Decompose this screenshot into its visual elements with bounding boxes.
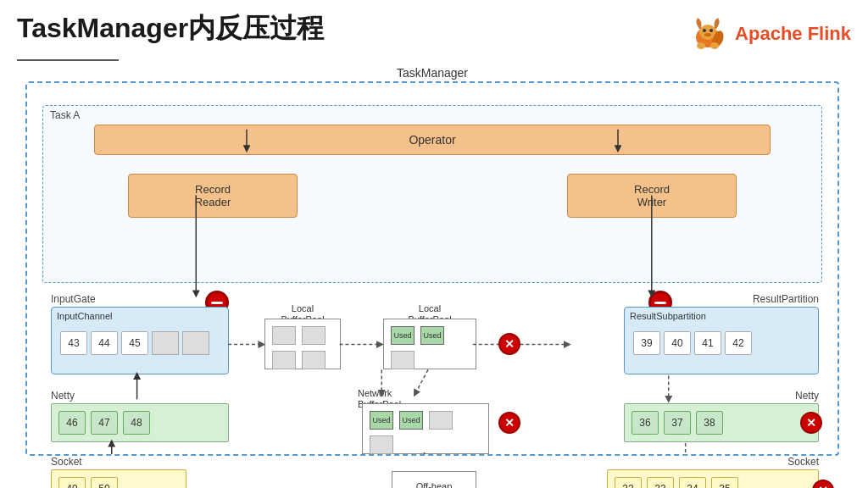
nr-cell-37: 37 bbox=[664, 411, 691, 435]
network-bp-box: Used Used bbox=[362, 403, 489, 454]
inputchannel-cells: 43 44 45 bbox=[52, 328, 228, 358]
ic-cell-empty2 bbox=[182, 331, 209, 355]
logo-text: Apache Flink bbox=[735, 23, 851, 45]
operator-box: Operator bbox=[94, 125, 771, 155]
record-writer-box: RecordWriter bbox=[567, 174, 737, 218]
nl-cell-47: 47 bbox=[91, 411, 118, 435]
svg-point-2 bbox=[703, 29, 706, 32]
sl-cell-50: 50 bbox=[91, 477, 118, 488]
rs-cell-40: 40 bbox=[664, 331, 691, 355]
netty-left-box: 46 47 48 bbox=[51, 403, 229, 442]
nl-cell-48: 48 bbox=[123, 411, 150, 435]
taskmanager-label: TaskManager bbox=[17, 66, 848, 80]
record-writer-label: RecordWriter bbox=[634, 183, 670, 208]
inputchannel-box: InputChannel 43 44 45 bbox=[51, 307, 229, 374]
sr-cell-34: 34 bbox=[679, 477, 706, 488]
operator-label: Operator bbox=[409, 133, 455, 147]
nr-cell-38: 38 bbox=[696, 411, 723, 435]
network-bp-block-icon: ✕ bbox=[498, 412, 520, 434]
rs-cells: 39 40 41 42 bbox=[625, 328, 818, 358]
sr-cell-35: 35 bbox=[711, 477, 738, 488]
offheap-box: Off-heapMemory bbox=[392, 471, 476, 488]
nl-cell-46: 46 bbox=[58, 411, 86, 435]
lbp-left-cell1 bbox=[272, 326, 296, 345]
lbp-right-used2: Used bbox=[420, 326, 444, 345]
sl-cell-49: 49 bbox=[58, 477, 86, 488]
inputchannel-label: InputChannel bbox=[52, 308, 228, 324]
lbp-left-cell3 bbox=[272, 351, 296, 369]
lbp-left-cell4 bbox=[302, 351, 326, 369]
ic-cell-empty1 bbox=[152, 331, 179, 355]
taskmanager-box: Task A Operator RecordReader RecordWrite… bbox=[25, 81, 839, 456]
logo-area: Apache Flink bbox=[687, 14, 851, 54]
netty-left-label: Netty bbox=[51, 390, 75, 402]
rs-label: ResultSubpartition bbox=[625, 308, 818, 324]
svg-point-6 bbox=[697, 42, 705, 49]
nbp-cell3 bbox=[429, 411, 453, 430]
local-bp-left-box bbox=[264, 319, 341, 369]
netty-right-box: 36 37 38 bbox=[624, 403, 819, 442]
offheap-label: Off-heapMemory bbox=[416, 481, 453, 488]
record-reader-box: RecordReader bbox=[128, 174, 298, 218]
lbp-right-cell3 bbox=[391, 351, 415, 369]
socket-right-label: Socket bbox=[787, 456, 819, 468]
svg-point-7 bbox=[710, 42, 719, 49]
rs-cell-41: 41 bbox=[694, 331, 721, 355]
sr-cell-33: 33 bbox=[647, 477, 674, 488]
header-divider bbox=[17, 59, 119, 61]
nr-cell-36: 36 bbox=[632, 411, 659, 435]
nbp-used1: Used bbox=[370, 411, 393, 430]
netty-right-block-icon: ✕ bbox=[800, 412, 822, 434]
resultsubpartition-box: ResultSubpartition 39 40 41 42 bbox=[624, 307, 819, 374]
netty-right-label: Netty bbox=[795, 390, 819, 402]
task-a-label: Task A bbox=[50, 109, 80, 121]
lbp-left-cell2 bbox=[302, 326, 326, 345]
ic-cell-43: 43 bbox=[60, 331, 87, 355]
header: TaskManager内反压过程 Apache Flink bbox=[0, 0, 868, 54]
svg-point-3 bbox=[709, 29, 713, 32]
ic-cell-44: 44 bbox=[91, 331, 118, 355]
nbp-cell4 bbox=[370, 435, 393, 454]
page-title: TaskManager内反压过程 bbox=[17, 10, 324, 47]
sr-cell-32: 32 bbox=[615, 477, 642, 488]
local-bp-right-box: Used Used bbox=[383, 319, 476, 369]
rs-cell-39: 39 bbox=[633, 331, 660, 355]
record-reader-label: RecordReader bbox=[195, 183, 231, 208]
local-bp-right-block-icon: ✕ bbox=[498, 333, 520, 355]
ic-cell-45: 45 bbox=[121, 331, 148, 355]
resultpartition-label: ResultPartition bbox=[753, 293, 819, 305]
task-a-box: Task A Operator RecordReader RecordWrite… bbox=[42, 105, 822, 283]
lbp-right-used1: Used bbox=[391, 326, 415, 345]
nbp-used2: Used bbox=[399, 411, 423, 430]
inputgate-label: InputGate bbox=[51, 293, 96, 305]
flink-logo-icon bbox=[687, 14, 728, 54]
svg-point-4 bbox=[704, 33, 711, 36]
socket-left-box: 49 50 bbox=[51, 469, 186, 488]
diagram-container: TaskManager Task A Operator RecordReader… bbox=[17, 66, 848, 456]
rs-cell-42: 42 bbox=[725, 331, 752, 355]
socket-right-box: 32 33 34 35 bbox=[607, 469, 819, 488]
socket-left-label: Socket bbox=[51, 456, 82, 468]
